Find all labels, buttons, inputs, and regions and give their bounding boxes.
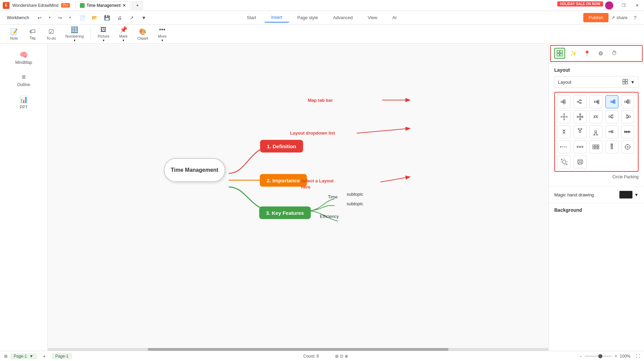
page-dropdown[interactable]: ▼ bbox=[29, 354, 33, 359]
picture-dropdown: ▼ bbox=[102, 39, 105, 42]
undo-dropdown[interactable]: ▼ bbox=[45, 13, 55, 23]
undo-btn[interactable]: ↩ bbox=[35, 13, 44, 23]
color-swatch[interactable] bbox=[619, 191, 633, 199]
sidebar-mindmap[interactable]: 🧠 MindMap bbox=[7, 48, 41, 68]
add-page-btn[interactable]: + bbox=[40, 351, 49, 361]
layout-opt-14[interactable] bbox=[605, 125, 618, 138]
h-scrollbar[interactable] bbox=[48, 348, 548, 351]
layout-opt-4[interactable] bbox=[605, 95, 618, 108]
map-tab-location[interactable]: 📍 bbox=[582, 48, 592, 59]
branch-key-features[interactable]: 3. Key Features bbox=[259, 207, 311, 219]
layout-opt-20[interactable] bbox=[621, 140, 634, 153]
annotation-layout-dropdown: Layout dropdown list bbox=[290, 130, 335, 136]
undo-redo-group: ↩ ▼ ↪ ▼ bbox=[35, 13, 75, 23]
sub-efficiency[interactable]: Efficiency bbox=[320, 214, 339, 219]
layout-opt-21[interactable] bbox=[558, 155, 571, 168]
layout-opt-3[interactable] bbox=[589, 95, 602, 108]
new-tab[interactable]: + bbox=[132, 1, 143, 10]
publish-button[interactable]: Publish bbox=[583, 13, 609, 22]
zoom-thumb bbox=[598, 354, 602, 358]
tab-ai[interactable]: AI bbox=[386, 13, 403, 22]
layout-opt-16[interactable] bbox=[558, 140, 571, 153]
minimize-btn[interactable]: — bbox=[603, 0, 617, 11]
layout-opt-6[interactable] bbox=[558, 110, 571, 123]
fit-icon-2[interactable]: ⊡ bbox=[340, 354, 343, 359]
share-button[interactable]: ↗ share bbox=[611, 15, 628, 20]
magic-dropdown-arrow[interactable]: ▼ bbox=[634, 192, 639, 197]
page-tab-current[interactable]: Page-1 bbox=[52, 353, 72, 359]
layout-opt-7[interactable] bbox=[574, 110, 587, 123]
sub-subtopic-1[interactable]: subtopic bbox=[347, 192, 363, 197]
toolbar-sep-1 bbox=[90, 28, 91, 40]
layout-opt-10[interactable] bbox=[621, 110, 634, 123]
layout-opt-8[interactable] bbox=[589, 110, 602, 123]
more-actions-btn[interactable]: ▼ bbox=[139, 13, 149, 23]
page-tab[interactable]: Page-1 ▼ bbox=[10, 353, 37, 359]
sub-time[interactable]: Time bbox=[328, 194, 338, 199]
layout-dropdown[interactable]: Layout ▼ bbox=[554, 76, 639, 88]
map-tab-layout[interactable] bbox=[554, 48, 565, 59]
maximize-btn[interactable]: ❐ bbox=[617, 0, 630, 11]
sidebar-ppt[interactable]: 📊 PPT bbox=[7, 93, 41, 112]
layout-opt-12[interactable] bbox=[574, 125, 587, 138]
h-scrollbar-thumb[interactable] bbox=[148, 348, 448, 351]
layout-opt-9[interactable] bbox=[605, 110, 618, 123]
map-tab-timer[interactable]: ⏱ bbox=[609, 48, 620, 59]
layout-opt-1[interactable] bbox=[558, 95, 571, 108]
branch-definition[interactable]: 1. Definition bbox=[260, 140, 303, 153]
save-btn[interactable]: 💾 bbox=[102, 13, 112, 23]
toolbar-clipart[interactable]: 🎨 Clipart bbox=[133, 27, 153, 42]
tab-page-style[interactable]: Page style bbox=[290, 13, 325, 22]
toolbar-numbering[interactable]: 🔢 Numbering ▼ bbox=[61, 25, 88, 43]
fit-icon-3[interactable]: ⊕ bbox=[345, 354, 348, 359]
zoom-slider[interactable] bbox=[585, 356, 612, 357]
app-name: Wondershare EdrawMind bbox=[12, 3, 58, 8]
layout-opt-11[interactable] bbox=[558, 125, 571, 138]
zoom-in-btn[interactable]: + bbox=[615, 354, 617, 359]
tab-close[interactable]: ✕ bbox=[123, 3, 126, 8]
sub-subtopic-2[interactable]: subtopic bbox=[347, 201, 363, 206]
toolbar-tag[interactable]: 🏷 Tag bbox=[24, 27, 41, 41]
layout-opt-13[interactable] bbox=[589, 125, 602, 138]
new-file-btn[interactable]: 📄 bbox=[78, 13, 87, 23]
fullscreen-btn[interactable]: ⛶ bbox=[636, 354, 640, 359]
layout-opt-19[interactable] bbox=[605, 140, 618, 153]
fit-icon-1[interactable]: ⊞ bbox=[335, 354, 339, 359]
print-btn[interactable]: 🖨 bbox=[115, 13, 124, 23]
toolbar-mark[interactable]: 📌 Mark ▼ bbox=[115, 25, 132, 43]
svg-line-88 bbox=[564, 133, 566, 134]
layout-opt-15[interactable] bbox=[621, 125, 634, 138]
open-file-btn[interactable]: 📂 bbox=[90, 13, 100, 23]
tab-advanced[interactable]: Advanced bbox=[326, 13, 360, 22]
branch-importance[interactable]: 2. Importance bbox=[260, 174, 307, 187]
layout-opt-22[interactable]: ⊕ bbox=[574, 155, 587, 168]
active-tab[interactable]: Time Management ✕ bbox=[75, 1, 131, 10]
toolbar-more[interactable]: ••• More ▼ bbox=[154, 25, 171, 43]
layout-opt-2[interactable] bbox=[574, 95, 587, 108]
help-btn[interactable]: ? bbox=[630, 13, 640, 23]
tab-view[interactable]: View bbox=[361, 13, 384, 22]
tab-start[interactable]: Start bbox=[240, 13, 263, 22]
toolbar-todo[interactable]: ☑ To-do bbox=[42, 27, 60, 42]
workbench-button[interactable]: Workbench bbox=[4, 14, 32, 22]
main-canvas[interactable]: Time Management 1. Definition 2. Importa… bbox=[48, 44, 555, 351]
toolbar-note[interactable]: 📝 Note bbox=[5, 27, 23, 42]
holiday-badge: HOLIDAY SALE ON NOW bbox=[557, 1, 603, 6]
sidebar-outline[interactable]: ≡ Outline bbox=[7, 70, 41, 90]
layout-grid: ⊕ bbox=[554, 92, 639, 172]
layout-opt-5[interactable] bbox=[621, 95, 634, 108]
layout-opt-18[interactable] bbox=[589, 140, 602, 153]
mindmap-label: MindMap bbox=[15, 60, 32, 65]
zoom-out-btn[interactable]: − bbox=[579, 354, 582, 359]
layout-opt-17[interactable] bbox=[574, 140, 587, 153]
redo-dropdown[interactable]: ▼ bbox=[66, 13, 75, 23]
count-label: Count: 8 bbox=[303, 354, 319, 359]
tab-insert[interactable]: Insert bbox=[264, 13, 289, 23]
toolbar-picture[interactable]: 🖼 Picture ▼ bbox=[94, 25, 113, 43]
map-tab-gear[interactable]: ⚙ bbox=[595, 48, 606, 59]
central-node[interactable]: Time Management bbox=[164, 158, 225, 182]
close-btn[interactable]: ✕ bbox=[630, 0, 644, 11]
export-btn[interactable]: ↗ bbox=[127, 13, 137, 23]
map-tab-sparkle[interactable]: ✨ bbox=[568, 48, 579, 59]
redo-btn[interactable]: ↪ bbox=[55, 13, 65, 23]
